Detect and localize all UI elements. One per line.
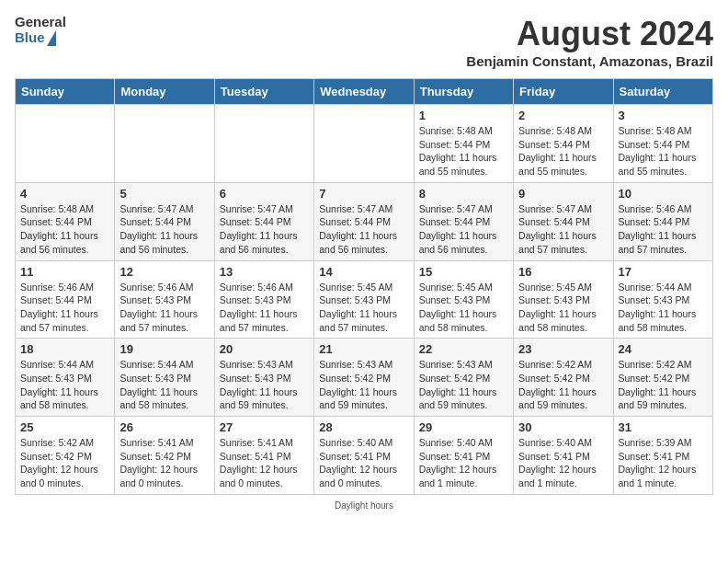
calendar-cell: 28Sunrise: 5:40 AM Sunset: 5:41 PM Dayli… (314, 417, 414, 495)
calendar-week-row: 25Sunrise: 5:42 AM Sunset: 5:42 PM Dayli… (16, 417, 713, 495)
calendar-cell: 15Sunrise: 5:45 AM Sunset: 5:43 PM Dayli… (414, 260, 513, 339)
calendar-cell: 20Sunrise: 5:43 AM Sunset: 5:43 PM Dayli… (214, 339, 313, 417)
day-number: 4 (20, 187, 109, 201)
day-number: 1 (419, 109, 508, 122)
day-info: Sunrise: 5:44 AM Sunset: 5:43 PM Dayligh… (119, 358, 209, 412)
day-info: Sunrise: 5:46 AM Sunset: 5:43 PM Dayligh… (220, 281, 309, 335)
day-number: 29 (419, 420, 508, 434)
day-info: Sunrise: 5:40 AM Sunset: 5:41 PM Dayligh… (419, 436, 508, 490)
day-info: Sunrise: 5:48 AM Sunset: 5:44 PM Dayligh… (518, 124, 608, 178)
day-number: 23 (518, 342, 608, 356)
day-info: Sunrise: 5:45 AM Sunset: 5:43 PM Dayligh… (319, 281, 408, 335)
calendar-week-row: 1Sunrise: 5:48 AM Sunset: 5:44 PM Daylig… (16, 105, 713, 183)
calendar-cell: 16Sunrise: 5:45 AM Sunset: 5:43 PM Dayli… (514, 260, 613, 339)
day-info: Sunrise: 5:47 AM Sunset: 5:44 PM Dayligh… (419, 202, 508, 257)
day-number: 5 (119, 187, 209, 201)
header-sunday: Sunday (16, 79, 115, 105)
logo: General Blue (15, 15, 66, 46)
calendar-table: SundayMondayTuesdayWednesdayThursdayFrid… (15, 78, 713, 495)
calendar-cell: 2Sunrise: 5:48 AM Sunset: 5:44 PM Daylig… (514, 105, 613, 183)
day-number: 27 (220, 420, 309, 434)
calendar-week-row: 11Sunrise: 5:46 AM Sunset: 5:44 PM Dayli… (16, 260, 713, 339)
day-info: Sunrise: 5:47 AM Sunset: 5:44 PM Dayligh… (518, 202, 608, 257)
calendar-cell (314, 105, 414, 183)
day-number: 2 (518, 109, 608, 122)
calendar-cell: 6Sunrise: 5:47 AM Sunset: 5:44 PM Daylig… (214, 182, 313, 260)
day-info: Sunrise: 5:46 AM Sunset: 5:44 PM Dayligh… (619, 202, 708, 257)
day-info: Sunrise: 5:46 AM Sunset: 5:43 PM Dayligh… (119, 281, 209, 335)
logo-triangle-icon (47, 30, 56, 46)
calendar-cell: 9Sunrise: 5:47 AM Sunset: 5:44 PM Daylig… (514, 182, 613, 260)
day-number: 28 (319, 420, 408, 434)
header-monday: Monday (115, 79, 214, 105)
calendar-cell: 19Sunrise: 5:44 AM Sunset: 5:43 PM Dayli… (115, 339, 214, 417)
day-number: 24 (619, 342, 708, 356)
day-number: 14 (319, 265, 408, 279)
day-info: Sunrise: 5:47 AM Sunset: 5:44 PM Dayligh… (319, 202, 408, 257)
day-info: Sunrise: 5:41 AM Sunset: 5:41 PM Dayligh… (220, 436, 309, 490)
day-number: 8 (419, 187, 508, 201)
day-number: 19 (119, 342, 209, 356)
day-info: Sunrise: 5:41 AM Sunset: 5:42 PM Dayligh… (119, 436, 209, 490)
day-info: Sunrise: 5:43 AM Sunset: 5:42 PM Dayligh… (419, 358, 508, 412)
calendar-cell (214, 105, 313, 183)
page-header: General Blue August 2024 Benjamin Consta… (15, 15, 713, 69)
calendar-cell: 31Sunrise: 5:39 AM Sunset: 5:41 PM Dayli… (613, 417, 712, 495)
logo-blue: Blue (15, 30, 45, 46)
calendar-cell: 29Sunrise: 5:40 AM Sunset: 5:41 PM Dayli… (414, 417, 513, 495)
day-info: Sunrise: 5:48 AM Sunset: 5:44 PM Dayligh… (20, 202, 109, 257)
calendar-cell: 13Sunrise: 5:46 AM Sunset: 5:43 PM Dayli… (214, 260, 313, 339)
day-number: 6 (220, 187, 309, 201)
day-info: Sunrise: 5:39 AM Sunset: 5:41 PM Dayligh… (619, 436, 708, 490)
day-number: 30 (518, 420, 608, 434)
day-number: 15 (419, 265, 508, 279)
calendar-cell: 23Sunrise: 5:42 AM Sunset: 5:42 PM Dayli… (514, 339, 613, 417)
calendar-week-row: 4Sunrise: 5:48 AM Sunset: 5:44 PM Daylig… (16, 182, 713, 260)
header-saturday: Saturday (613, 79, 712, 105)
calendar-cell: 24Sunrise: 5:42 AM Sunset: 5:42 PM Dayli… (613, 339, 712, 417)
day-number: 20 (220, 342, 309, 356)
calendar-cell: 3Sunrise: 5:48 AM Sunset: 5:44 PM Daylig… (613, 105, 712, 183)
title-area: August 2024 Benjamin Constant, Amazonas,… (466, 15, 713, 69)
calendar-cell: 11Sunrise: 5:46 AM Sunset: 5:44 PM Dayli… (16, 260, 115, 339)
header-thursday: Thursday (414, 79, 513, 105)
day-info: Sunrise: 5:40 AM Sunset: 5:41 PM Dayligh… (518, 436, 608, 490)
day-info: Sunrise: 5:44 AM Sunset: 5:43 PM Dayligh… (619, 281, 708, 335)
calendar-cell: 4Sunrise: 5:48 AM Sunset: 5:44 PM Daylig… (16, 182, 115, 260)
calendar-cell: 30Sunrise: 5:40 AM Sunset: 5:41 PM Dayli… (514, 417, 613, 495)
day-info: Sunrise: 5:48 AM Sunset: 5:44 PM Dayligh… (419, 124, 508, 178)
calendar-cell: 10Sunrise: 5:46 AM Sunset: 5:44 PM Dayli… (613, 182, 712, 260)
day-info: Sunrise: 5:45 AM Sunset: 5:43 PM Dayligh… (419, 281, 508, 335)
calendar-cell: 22Sunrise: 5:43 AM Sunset: 5:42 PM Dayli… (414, 339, 513, 417)
day-number: 11 (20, 265, 109, 279)
day-number: 18 (20, 342, 109, 356)
calendar-cell: 27Sunrise: 5:41 AM Sunset: 5:41 PM Dayli… (214, 417, 313, 495)
day-info: Sunrise: 5:46 AM Sunset: 5:44 PM Dayligh… (20, 281, 109, 335)
day-info: Sunrise: 5:44 AM Sunset: 5:43 PM Dayligh… (20, 358, 109, 412)
logo-general: General (15, 15, 66, 30)
day-info: Sunrise: 5:42 AM Sunset: 5:42 PM Dayligh… (518, 358, 608, 412)
header-friday: Friday (514, 79, 613, 105)
calendar-cell: 17Sunrise: 5:44 AM Sunset: 5:43 PM Dayli… (613, 260, 712, 339)
daylight-note: Daylight hours (15, 500, 713, 511)
day-number: 25 (20, 420, 109, 434)
calendar-cell: 18Sunrise: 5:44 AM Sunset: 5:43 PM Dayli… (16, 339, 115, 417)
day-number: 9 (518, 187, 608, 201)
calendar-cell (115, 105, 214, 183)
location-subtitle: Benjamin Constant, Amazonas, Brazil (466, 53, 713, 69)
month-title: August 2024 (466, 15, 713, 53)
day-info: Sunrise: 5:47 AM Sunset: 5:44 PM Dayligh… (220, 202, 309, 257)
day-number: 10 (619, 187, 708, 201)
day-info: Sunrise: 5:42 AM Sunset: 5:42 PM Dayligh… (619, 358, 708, 412)
day-info: Sunrise: 5:43 AM Sunset: 5:42 PM Dayligh… (319, 358, 408, 412)
day-number: 13 (220, 265, 309, 279)
header-tuesday: Tuesday (214, 79, 313, 105)
day-info: Sunrise: 5:48 AM Sunset: 5:44 PM Dayligh… (619, 124, 708, 178)
calendar-week-row: 18Sunrise: 5:44 AM Sunset: 5:43 PM Dayli… (16, 339, 713, 417)
day-number: 3 (619, 109, 708, 122)
day-number: 17 (619, 265, 708, 279)
calendar-header-row: SundayMondayTuesdayWednesdayThursdayFrid… (16, 79, 713, 105)
day-info: Sunrise: 5:45 AM Sunset: 5:43 PM Dayligh… (518, 281, 608, 335)
calendar-cell: 12Sunrise: 5:46 AM Sunset: 5:43 PM Dayli… (115, 260, 214, 339)
day-number: 21 (319, 342, 408, 356)
